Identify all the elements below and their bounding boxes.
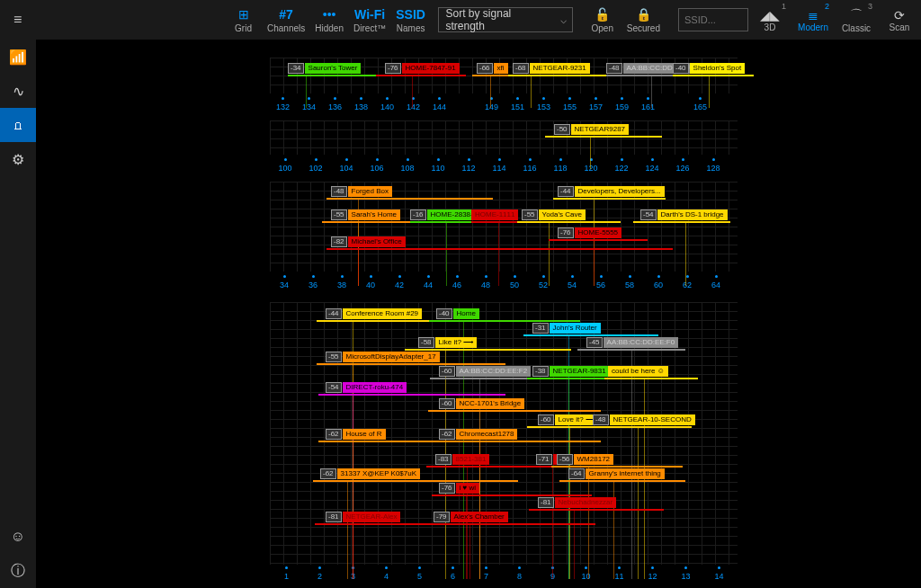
signal-badge: -62: [439, 429, 455, 440]
network-entry[interactable]: -82Michael's Office: [331, 236, 421, 247]
network-entry[interactable]: -58Like it? ⟶: [418, 336, 481, 348]
network-entry[interactable]: -56WM28172: [557, 453, 620, 465]
network-entry[interactable]: -66xfi: [477, 62, 504, 74]
rail-signal[interactable]: 📶: [0, 40, 36, 74]
network-entry[interactable]: -81Nebuchadnezzar: [538, 496, 623, 508]
network-entry[interactable]: -54Darth's DS-1 bridge: [640, 209, 744, 220]
signal-badge: -66: [477, 63, 493, 74]
network-entry[interactable]: -45AA:BB:CC:DD:EE:F0: [586, 336, 681, 348]
frequency-band: 1234567891011121314-44Conference Room #2…: [36, 302, 921, 581]
network-entry[interactable]: -44Conference Room #29: [326, 307, 443, 319]
network-entry[interactable]: -48Forged Box: [331, 185, 403, 197]
network-entry[interactable]: -60AA:BB:CC:DD:EE:F2: [439, 365, 533, 377]
network-entry[interactable]: -31John's Router: [532, 322, 613, 334]
network-name: 8521-381: [452, 454, 490, 465]
axis-tick: 12: [636, 566, 669, 581]
network-name: Yoda's Cave: [539, 209, 586, 220]
network-entry[interactable]: -44Developers, Developers...: [558, 185, 684, 197]
channel-axis: 1234567891011121314: [270, 566, 736, 581]
network-name: HOME-1111: [471, 209, 518, 220]
axis-tick: 1: [270, 566, 303, 581]
network-name: Conference Room #29: [343, 308, 423, 319]
signal-badge: -16: [410, 209, 426, 220]
axis-tick: 2: [303, 566, 336, 581]
hidden-button[interactable]: ••• Hidden: [310, 0, 349, 40]
axis-tick: 8: [503, 566, 536, 581]
rail-info[interactable]: ⓘ: [0, 554, 36, 588]
signal-badge: -60: [439, 366, 455, 377]
open-filter[interactable]: 🔓 Open: [584, 0, 621, 40]
network-name: could be here ☺: [608, 366, 668, 377]
rail-wave[interactable]: ∿: [0, 74, 36, 108]
axis-tick: 102: [300, 158, 331, 173]
network-entry[interactable]: -68NETGEAR-9231: [513, 62, 594, 74]
network-entry[interactable]: -60NCC-1701's Bridge: [439, 397, 533, 409]
network-entry[interactable]: -79Alex's Chamber: [434, 511, 519, 522]
secured-filter[interactable]: 🔒 Secured: [621, 0, 666, 40]
network-name: Sarah's Home: [348, 209, 400, 220]
classic-icon: ⌒: [850, 7, 863, 23]
axis-tick: 149: [478, 97, 505, 111]
classic-view-button[interactable]: 3 ⌒ Classic: [835, 0, 878, 40]
network-entry[interactable]: -54DIRECT-roku-474: [326, 381, 420, 393]
axis-tick: 60: [644, 275, 673, 290]
3d-view-button[interactable]: 1 ◢◣ 3D: [748, 0, 791, 40]
network-name: NETGEAR-Alex: [343, 512, 401, 522]
sort-dropdown[interactable]: Sort by signal strength: [438, 7, 573, 32]
axis-tick: 100: [270, 158, 300, 173]
hamburger-menu[interactable]: ≡: [0, 0, 36, 40]
network-entry[interactable]: -40Sheldon's Spot: [673, 62, 754, 74]
ssid-names-button[interactable]: SSID Names: [391, 0, 431, 40]
network-entry[interactable]: -81NETGEAR-Alex: [326, 511, 407, 522]
network-entry[interactable]: -76HOME-7847-91: [385, 62, 475, 74]
modern-view-button[interactable]: 2 ≣ Modern: [791, 0, 835, 40]
signal-badge: -81: [538, 497, 554, 508]
network-entry[interactable]: -50NETGEAR9287: [554, 123, 639, 135]
network-entry[interactable]: -38NETGEAR-9831: [532, 365, 613, 377]
axis-tick: 144: [426, 97, 452, 111]
ssid-search-input[interactable]: [678, 8, 748, 31]
signal-badge: -40: [436, 308, 452, 319]
axis-tick: 62: [673, 275, 702, 290]
network-entry[interactable]: -62Chromecast1278: [439, 428, 533, 440]
axis-tick: 108: [392, 158, 423, 173]
network-entry[interactable]: could be here ☺: [608, 365, 689, 377]
network-entry[interactable]: -55Yoda's Cave: [522, 209, 594, 220]
axis-tick: 104: [331, 158, 362, 173]
network-entry[interactable]: -62House of R: [326, 428, 398, 440]
network-entry[interactable]: -64Granny's internet thing: [568, 468, 685, 479]
network-name: NCC-1701's Bridge: [456, 398, 525, 409]
network-name: NETGEAR-9231: [530, 63, 590, 74]
network-entry[interactable]: -48NETGEAR-10-SECOND: [593, 414, 705, 425]
axis-tick: 136: [322, 97, 348, 111]
axis-tick: 48: [471, 275, 500, 290]
network-entry[interactable]: -6231337 X@KEP K0$7uK: [320, 468, 433, 479]
axis-tick: 134: [296, 97, 322, 111]
rail-settings[interactable]: ⚙: [0, 142, 36, 176]
network-name: Sheldon's Spot: [690, 63, 746, 74]
scan-button[interactable]: ⟳ Scan: [878, 0, 921, 40]
network-entry[interactable]: -34Sauron's Tower: [288, 62, 378, 74]
signal-badge: -64: [568, 468, 585, 479]
network-entry[interactable]: -838521-381: [435, 453, 494, 465]
axis-tick: 52: [529, 275, 558, 290]
3d-icon: ◢◣: [760, 8, 780, 22]
channels-button[interactable]: #7 Channels: [263, 0, 310, 40]
network-entry[interactable]: -40Home: [436, 307, 486, 319]
network-entry[interactable]: -55MicrosoftDisplayAdapter_17: [326, 351, 465, 362]
rail-spectrum[interactable]: ⩍: [0, 108, 36, 142]
network-name: i ♥ wi: [456, 483, 480, 494]
network-name: AA:BB:CC:DD:EE:F2: [456, 366, 532, 377]
channel-axis: 1321341361381401421441491511531551571591…: [270, 97, 713, 111]
axis-tick: 132: [270, 97, 296, 111]
network-entry[interactable]: -76HOME-5555: [558, 227, 630, 238]
network-entry[interactable]: -76i ♥ wi: [439, 482, 484, 494]
axis-tick: 13: [669, 566, 702, 581]
wifi-direct-button[interactable]: Wi-Fi Direct™: [349, 0, 391, 40]
network-name: Alex's Chamber: [451, 512, 508, 522]
rail-feedback[interactable]: ☺: [0, 520, 36, 554]
frequency-band: 1001021041061081101121141161181201221241…: [36, 120, 921, 173]
network-entry[interactable]: -55Sarah's Home: [331, 209, 412, 220]
signal-badge: -38: [532, 366, 549, 377]
grid-button[interactable]: ⊞ Grid: [225, 0, 263, 40]
